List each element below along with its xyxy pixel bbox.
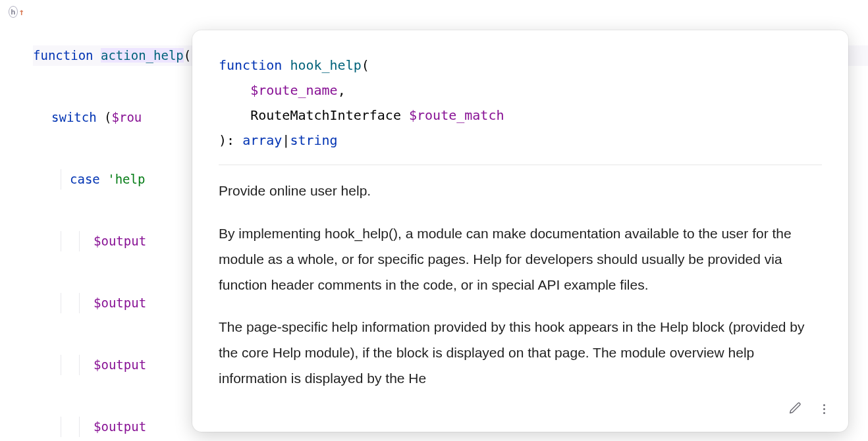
sig-param-route-match: $route_match: [409, 107, 504, 123]
gutter: h ↑: [0, 0, 33, 441]
edit-button[interactable]: [785, 399, 805, 419]
indent-guide: [61, 169, 61, 190]
var-output: $output: [94, 419, 146, 434]
sig-type: RouteMatchInterface: [250, 107, 401, 123]
sig-return-string: string: [290, 132, 337, 148]
popup-divider: [219, 165, 822, 165]
var-output: $output: [94, 296, 146, 310]
desc-paragraph-2: The page-specific help information provi…: [219, 315, 822, 392]
popup-actions: [776, 395, 836, 423]
keyword-function: function: [33, 48, 94, 63]
vertical-dots-icon: [821, 402, 828, 417]
gutter-h-letter: h: [9, 6, 18, 18]
sig-keyword-function: function: [219, 57, 282, 73]
gutter-hook-icon[interactable]: h ↑: [9, 4, 24, 20]
string-help: 'help: [107, 172, 145, 186]
function-name: action_help: [101, 48, 184, 63]
popup-signature: function hook_help( $route_name, RouteMa…: [219, 53, 822, 153]
popup-description: Provide online user help. By implementin…: [219, 178, 822, 392]
sig-return-array: array: [242, 132, 282, 148]
var-output: $output: [94, 357, 146, 372]
keyword-case: case: [70, 172, 100, 186]
sig-function-name: hook_help: [290, 57, 361, 73]
desc-paragraph-1: By implementing hook_help(), a module ca…: [219, 221, 822, 298]
desc-summary: Provide online user help.: [219, 178, 822, 204]
documentation-popup: function hook_help( $route_name, RouteMa…: [192, 30, 848, 432]
sig-param-route-name: $route_name: [250, 82, 337, 98]
var-output: $output: [94, 234, 146, 248]
gutter-arrow-up-icon: ↑: [19, 7, 24, 17]
keyword-switch: switch: [51, 110, 97, 124]
pencil-icon: [788, 402, 802, 416]
more-options-button[interactable]: [814, 399, 834, 419]
